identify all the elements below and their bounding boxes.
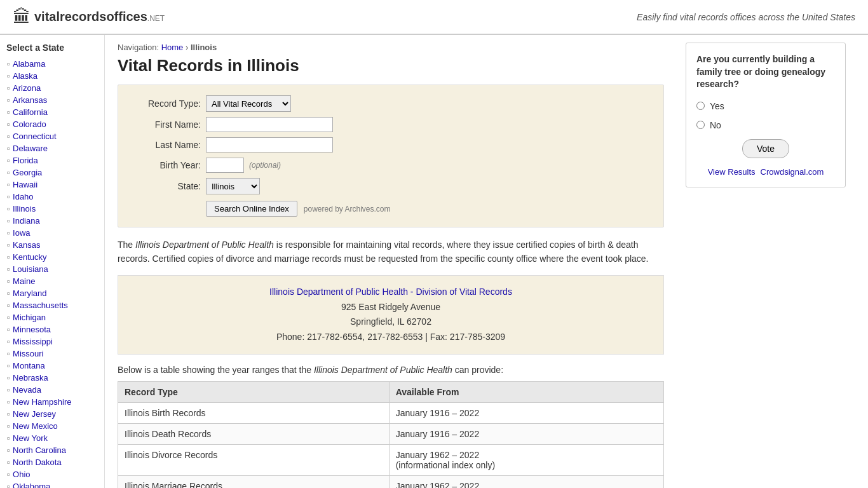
sidebar-state-link[interactable]: Louisiana	[13, 264, 48, 274]
sidebar-state-link[interactable]: Minnesota	[13, 325, 51, 334]
record-type-cell: Illinois Death Records	[118, 423, 390, 444]
sidebar-state-link[interactable]: Florida	[13, 156, 38, 165]
sidebar-state-link[interactable]: Arizona	[13, 83, 41, 93]
sidebar-state-link[interactable]: Oklahoma	[13, 482, 50, 488]
sidebar-state-link[interactable]: Connecticut	[13, 132, 57, 141]
birth-year-input[interactable]	[206, 158, 244, 173]
poll-box: Are you currently building a family tree…	[686, 43, 846, 187]
sidebar-state-link[interactable]: California	[13, 107, 48, 117]
first-name-input[interactable]	[206, 117, 333, 132]
sidebar-state-link[interactable]: Nevada	[13, 385, 41, 395]
optional-label: (optional)	[249, 161, 281, 170]
col-available-from: Available From	[389, 381, 663, 402]
last-name-label: Last Name:	[131, 140, 201, 150]
sidebar-state-link[interactable]: Hawaii	[13, 180, 37, 189]
list-item: New York	[6, 432, 98, 444]
list-item: Kansas	[6, 239, 98, 251]
sidebar-state-link[interactable]: Iowa	[13, 228, 30, 238]
list-item: Alaska	[6, 70, 98, 82]
poll-no-radio[interactable]	[696, 121, 705, 129]
logo-text: vitalrecordsoffices.NET	[34, 10, 165, 24]
list-item: Maryland	[6, 287, 98, 299]
poll-yes-radio[interactable]	[696, 102, 705, 110]
sidebar-state-link[interactable]: Alaska	[13, 71, 37, 81]
sidebar-state-link[interactable]: Michigan	[13, 313, 46, 322]
records-tbody: Illinois Birth RecordsJanuary 1916 – 202…	[118, 402, 664, 488]
list-item: Iowa	[6, 227, 98, 239]
list-item: California	[6, 106, 98, 118]
record-type-row: Record Type: All Vital RecordsBirth Reco…	[131, 95, 651, 112]
sidebar-state-link[interactable]: Maryland	[13, 288, 46, 298]
list-item: Ohio	[6, 468, 98, 480]
state-label: State:	[131, 181, 201, 191]
sidebar-state-link[interactable]: New Jersey	[13, 409, 56, 419]
list-item: Delaware	[6, 142, 98, 154]
sidebar-state-link[interactable]: New Hampshire	[13, 397, 71, 407]
records-table: Record Type Available From Illinois Birt…	[118, 381, 664, 488]
sidebar-state-link[interactable]: Missouri	[13, 349, 43, 358]
list-item: Georgia	[6, 166, 98, 179]
sidebar-state-link[interactable]: North Carolina	[13, 445, 66, 455]
sidebar-state-link[interactable]: Georgia	[13, 168, 42, 177]
list-item: Arkansas	[6, 94, 98, 106]
sidebar-state-link[interactable]: Idaho	[13, 192, 34, 201]
list-item: Illinois	[6, 203, 98, 215]
sidebar-state-link[interactable]: New Mexico	[13, 421, 58, 431]
first-name-row: First Name:	[131, 117, 651, 132]
vote-button[interactable]: Vote	[742, 139, 789, 158]
list-item: New Jersey	[6, 408, 98, 420]
list-item: Nebraska	[6, 372, 98, 384]
state-sidebar: Select a State AlabamaAlaskaArizonaArkan…	[0, 35, 105, 488]
page-header: 🏛 vitalrecordsoffices.NET Easily find vi…	[0, 0, 868, 35]
sidebar-state-link[interactable]: Arkansas	[13, 95, 47, 105]
list-item: Florida	[6, 154, 98, 166]
sidebar-state-link[interactable]: Maine	[13, 276, 35, 286]
sidebar-state-link[interactable]: Mississippi	[13, 337, 53, 346]
table-intro: Below is a table showing the year ranges…	[118, 365, 664, 375]
record-type-select[interactable]: All Vital RecordsBirth RecordsDeath Reco…	[206, 95, 291, 112]
view-results-link[interactable]: View Results	[708, 167, 756, 177]
crowdsignal-link[interactable]: Crowdsignal.com	[761, 167, 824, 177]
address-line2: Springfield, IL 62702	[127, 315, 654, 330]
list-item: Nevada	[6, 384, 98, 396]
table-row: Illinois Death RecordsJanuary 1916 – 202…	[118, 423, 664, 444]
address-card: Illinois Department of Public Health - D…	[118, 275, 664, 355]
sidebar-state-link[interactable]: Alabama	[13, 59, 45, 69]
sidebar-state-link[interactable]: Montana	[13, 361, 45, 370]
sidebar-state-link[interactable]: Delaware	[13, 144, 48, 153]
sidebar-state-link[interactable]: Colorado	[13, 119, 46, 129]
sidebar-state-link[interactable]: North Dakota	[13, 458, 62, 467]
list-item: Connecticut	[6, 130, 98, 142]
sidebar-state-link[interactable]: Massachusetts	[13, 301, 68, 310]
sidebar-state-link[interactable]: Ohio	[13, 470, 30, 479]
sidebar-state-link[interactable]: Indiana	[13, 216, 40, 226]
breadcrumb-home[interactable]: Home	[161, 43, 184, 52]
list-item: Colorado	[6, 118, 98, 130]
sidebar-state-link[interactable]: Kansas	[13, 240, 40, 250]
list-item: New Hampshire	[6, 396, 98, 408]
sidebar-state-link[interactable]: New York	[13, 433, 48, 443]
available-from-cell: January 1962 – 2022(informational index …	[389, 444, 663, 475]
search-button[interactable]: Search Online Index	[206, 201, 297, 217]
list-item: Louisiana	[6, 263, 98, 275]
list-item: Alabama	[6, 58, 98, 70]
search-form-box: Record Type: All Vital RecordsBirth Reco…	[118, 85, 664, 227]
phone-fax: Phone: 217-782-6554, 217-782-6553 | Fax:…	[127, 330, 654, 345]
state-select[interactable]: IllinoisAlabamaAlaskaArizonaArkansasCali…	[206, 178, 260, 194]
table-row: Illinois Divorce RecordsJanuary 1962 – 2…	[118, 444, 664, 475]
list-item: Idaho	[6, 191, 98, 203]
poll-option-no: No	[696, 120, 835, 130]
list-item: North Carolina	[6, 444, 98, 456]
breadcrumb: Navigation: Home › Illinois	[118, 43, 664, 52]
list-item: Indiana	[6, 215, 98, 227]
sidebar-state-link[interactable]: Illinois	[13, 204, 36, 214]
dept-link[interactable]: Illinois Department of Public Health - D…	[269, 287, 512, 297]
list-item: Mississippi	[6, 336, 98, 348]
description-text: The Illinois Department of Public Health…	[118, 238, 664, 266]
sidebar-state-link[interactable]: Nebraska	[13, 373, 48, 383]
sidebar-state-link[interactable]: Kentucky	[13, 252, 46, 262]
page-title: Vital Records in Illinois	[118, 56, 664, 76]
list-item: Montana	[6, 360, 98, 372]
right-sidebar: Are you currently building a family tree…	[677, 35, 855, 488]
last-name-input[interactable]	[206, 137, 333, 152]
